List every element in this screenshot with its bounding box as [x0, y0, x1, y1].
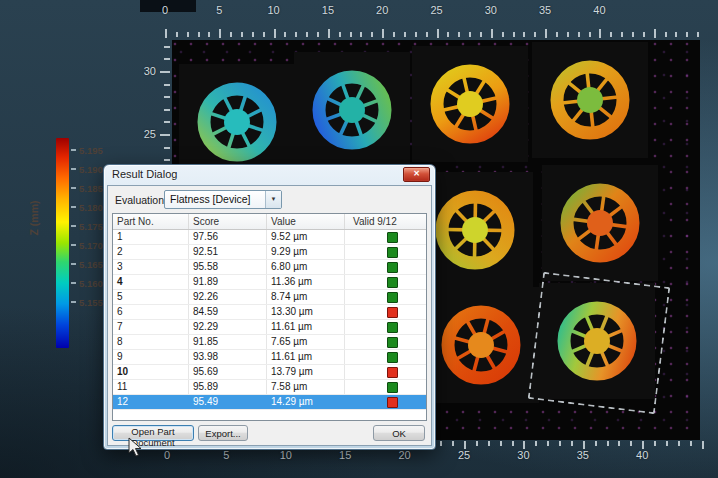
bottom-axis-tick [642, 441, 644, 449]
bottom-axis-tick [464, 441, 466, 449]
part-wheel-6[interactable] [555, 178, 645, 268]
colorbar-tick-label: 5.175 [79, 221, 103, 232]
part-wheel-8[interactable] [552, 296, 642, 386]
top-axis-tick [654, 29, 656, 38]
left-axis-tick [160, 134, 170, 136]
valid-indicator [387, 262, 398, 273]
top-axis-label: 30 [485, 4, 497, 16]
part-wheel-4[interactable] [545, 55, 635, 145]
top-axis-label: 40 [593, 4, 605, 16]
score-cell: 97.56 [189, 230, 267, 244]
valid-indicator [387, 382, 398, 393]
top-axis-tick [632, 32, 634, 37]
column-header: Value [267, 214, 345, 229]
top-axis-label: 25 [430, 4, 442, 16]
left-axis-tick [164, 121, 170, 123]
bottom-axis-label: 0 [164, 449, 170, 461]
top-axis-tick [371, 32, 373, 37]
table-row[interactable]: 592.268.74 µm [113, 290, 426, 305]
export-button[interactable]: Export... [198, 425, 248, 441]
results-table: Part No.ScoreValueValid 9/12 197.569.52 … [112, 213, 427, 421]
top-axis-tick [165, 29, 167, 38]
valid-indicator [387, 277, 398, 288]
top-axis-tick [208, 32, 210, 37]
value-cell: 9.52 µm [267, 230, 345, 244]
part-wheel-7[interactable] [436, 300, 526, 390]
colorbar-tick-label: 5.155 [79, 297, 103, 308]
value-cell: 13.79 µm [267, 365, 345, 379]
top-axis-tick [610, 32, 612, 37]
top-axis-tick [176, 32, 178, 37]
colorbar-tick-label: 5.190 [79, 164, 103, 175]
part-wheel-5[interactable] [430, 185, 520, 275]
value-cell: 8.74 µm [267, 290, 345, 304]
table-row[interactable]: 491.8911.36 µm [113, 275, 426, 290]
left-axis-tick [164, 58, 170, 60]
top-axis-tick [502, 32, 504, 37]
part-no-cell: 4 [113, 275, 189, 289]
part-wheel-3[interactable] [425, 59, 515, 149]
table-row[interactable]: 292.519.29 µm [113, 245, 426, 260]
table-row[interactable]: 197.569.52 µm [113, 230, 426, 245]
top-axis-tick [480, 32, 482, 37]
colorbar-tick [71, 282, 76, 284]
score-cell: 92.51 [189, 245, 267, 259]
close-button[interactable]: ✕ [403, 167, 430, 182]
dialog-content: Evaluation: Flatness [Device] ▼ Part No.… [107, 185, 432, 446]
table-row[interactable]: 792.2911.61 µm [113, 320, 426, 335]
table-row[interactable]: 684.5913.30 µm [113, 305, 426, 320]
top-axis-tick [458, 32, 460, 37]
table-row[interactable]: 395.586.80 µm [113, 260, 426, 275]
top-axis-tick [198, 32, 200, 37]
top-axis-tick [686, 32, 688, 37]
top-axis-tick [404, 32, 406, 37]
table-row[interactable]: 993.9811.61 µm [113, 350, 426, 365]
top-axis-tick [578, 32, 580, 37]
bottom-axis-label: 5 [223, 449, 229, 461]
score-cell: 91.85 [189, 335, 267, 349]
colorbar-gradient [56, 138, 69, 348]
top-axis-tick [284, 32, 286, 37]
bottom-axis-label: 30 [517, 449, 529, 461]
dialog-titlebar[interactable]: Result Dialog ✕ [104, 165, 435, 185]
top-axis-tick [469, 32, 471, 37]
close-icon: ✕ [413, 169, 420, 178]
bottom-axis-tick [654, 441, 656, 446]
score-cell: 95.89 [189, 380, 267, 394]
evaluation-value: Flatness [Device] [170, 193, 251, 205]
table-row[interactable]: 1295.4914.29 µm [113, 395, 426, 410]
value-cell: 14.29 µm [267, 395, 345, 409]
top-axis-tick [534, 32, 536, 37]
part-wheel-2[interactable] [307, 65, 397, 155]
bottom-axis-tick [440, 441, 442, 446]
value-cell: 6.80 µm [267, 260, 345, 274]
table-row[interactable]: 1095.6913.79 µm [113, 365, 426, 380]
left-axis-tick [164, 96, 170, 98]
table-row[interactable]: 1195.897.58 µm [113, 380, 426, 395]
column-header: Score [189, 214, 267, 229]
results-table-header: Part No.ScoreValueValid 9/12 [113, 214, 426, 230]
left-axis-tick [164, 46, 170, 48]
valid-indicator [387, 337, 398, 348]
table-row[interactable]: 891.857.65 µm [113, 335, 426, 350]
invalid-indicator [387, 367, 398, 378]
colorbar-tick [71, 301, 76, 303]
colorbar-tick [71, 168, 76, 170]
top-axis-label: 5 [216, 4, 222, 16]
bottom-axis-tick [547, 441, 549, 446]
score-cell: 92.29 [189, 320, 267, 334]
open-part-document-button[interactable]: Open Part Document [112, 425, 194, 441]
bottom-axis-tick [452, 441, 454, 446]
part-wheel-1[interactable] [192, 77, 282, 167]
valid-indicator [387, 247, 398, 258]
score-cell: 95.69 [189, 365, 267, 379]
ok-button[interactable]: OK [373, 425, 425, 441]
evaluation-dropdown[interactable]: Flatness [Device] ▼ [164, 190, 282, 209]
top-axis-tick [513, 32, 515, 37]
colorbar-tick [71, 187, 76, 189]
dialog-title: Result Dialog [112, 168, 177, 180]
top-axis-tick [589, 32, 591, 37]
top-axis-tick [545, 29, 547, 38]
bottom-axis-tick [571, 441, 573, 446]
top-axis-tick [339, 32, 341, 37]
